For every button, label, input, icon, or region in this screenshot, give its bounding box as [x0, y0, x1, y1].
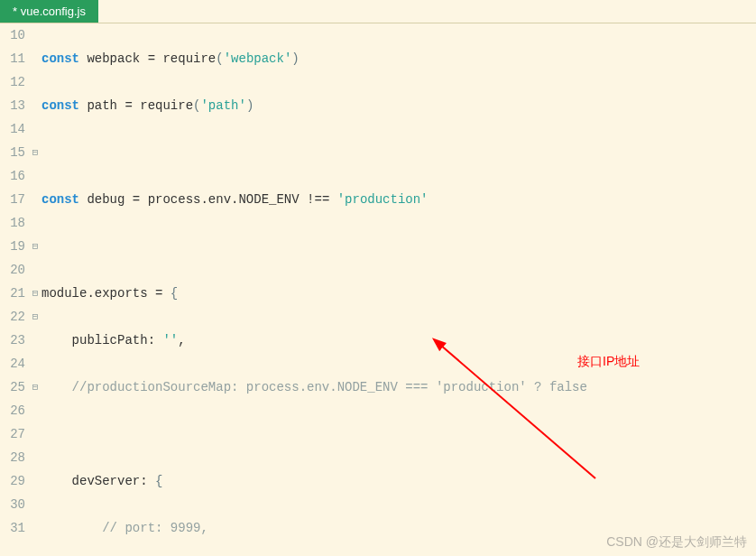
line-number: 12 — [0, 70, 25, 94]
line-number: 24 — [0, 352, 25, 375]
line-number: 21 — [0, 282, 25, 305]
line-number: 27 — [0, 422, 25, 446]
fold-icon[interactable]: ⊟ — [29, 305, 41, 329]
line-number: 22 — [0, 305, 25, 329]
fold-icon[interactable]: ⊟ — [29, 282, 41, 305]
tab-bar: * vue.config.js — [0, 0, 756, 23]
line-number: 16 — [0, 164, 25, 188]
line-number: 23 — [0, 329, 25, 352]
line-number: 17 — [0, 188, 25, 211]
fold-column: ⊟ ⊟ ⊟ ⊟ ⊟ — [29, 23, 41, 556]
tab-title: * vue.config.js — [13, 5, 86, 18]
line-number: 14 — [0, 117, 25, 141]
line-number: 31 — [0, 516, 25, 540]
line-number: 28 — [0, 446, 25, 469]
line-number: 10 — [0, 23, 25, 47]
line-number: 11 — [0, 47, 25, 70]
code-editor[interactable]: 10 11 12 13 14 15 16 17 18 19 20 21 22 2… — [0, 23, 756, 556]
line-number: 19 — [0, 235, 25, 258]
line-number: 15 — [0, 141, 25, 164]
fold-icon[interactable]: ⊟ — [29, 235, 41, 258]
line-number: 29 — [0, 469, 25, 493]
line-number: 30 — [0, 493, 25, 516]
fold-icon[interactable]: ⊟ — [29, 375, 41, 399]
line-number: 13 — [0, 94, 25, 117]
fold-icon[interactable]: ⊟ — [29, 141, 41, 164]
code-content[interactable]: const webpack = require('webpack') const… — [41, 23, 756, 556]
line-number: 25 — [0, 375, 25, 399]
line-number: 20 — [0, 258, 25, 282]
line-number: 26 — [0, 399, 25, 422]
file-tab[interactable]: * vue.config.js — [0, 0, 98, 23]
line-gutter: 10 11 12 13 14 15 16 17 18 19 20 21 22 2… — [0, 23, 29, 556]
watermark: CSDN @还是大剑师兰特 — [606, 534, 747, 551]
line-number: 18 — [0, 211, 25, 235]
annotation-label: 接口IP地址 — [577, 354, 640, 370]
